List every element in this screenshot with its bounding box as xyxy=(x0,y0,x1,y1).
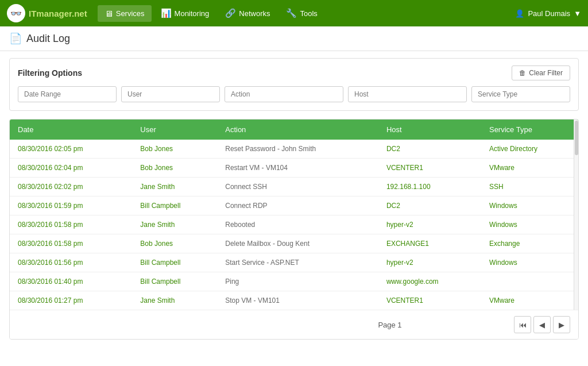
table-header: Date User Action Host Service Type xyxy=(10,120,578,140)
nav-tools-label: Tools xyxy=(300,9,317,18)
cell-service-type: Windows xyxy=(481,197,578,215)
cell-date: 08/30/2016 01:27 pm xyxy=(10,291,132,310)
logo-text: ITmanager.net xyxy=(29,9,87,18)
cell-service-type: VMware xyxy=(481,291,578,310)
nav-item-tools[interactable]: 🔧 Tools xyxy=(279,5,324,22)
trash-icon: 🗑 xyxy=(519,69,526,77)
cell-service-type: Windows xyxy=(481,215,578,234)
cell-host: hyper-v2 xyxy=(378,253,481,272)
audit-log-icon: 📄 xyxy=(9,32,22,45)
cell-action: Connect RDP xyxy=(217,197,378,215)
host-filter-input[interactable] xyxy=(348,86,467,102)
cell-date: 08/30/2016 02:02 pm xyxy=(10,178,132,197)
cell-user: Bob Jones xyxy=(132,159,217,178)
user-name: Paul Dumais xyxy=(528,9,570,18)
cell-user: Jane Smith xyxy=(132,215,217,234)
cell-date: 08/30/2016 02:05 pm xyxy=(10,140,132,159)
cell-action: Stop VM - VM101 xyxy=(217,291,378,310)
filter-title: Filtering Options xyxy=(18,68,82,78)
cell-user: Bob Jones xyxy=(132,140,217,159)
cell-user: Jane Smith xyxy=(132,291,217,310)
cell-user: Bill Campbell xyxy=(132,272,217,291)
col-date: Date xyxy=(10,120,132,140)
nav-services-label: Services xyxy=(116,9,145,18)
cell-date: 08/30/2016 01:40 pm xyxy=(10,272,132,291)
col-action: Action xyxy=(217,120,378,140)
nav-items: 🖥 Services 📊 Monitoring 🔗 Networks 🔧 Too… xyxy=(98,5,516,22)
table-row: 08/30/2016 01:40 pmBill CampbellPingwww.… xyxy=(10,272,578,291)
tools-icon: 🔧 xyxy=(286,8,297,18)
cell-user: Bill Campbell xyxy=(132,197,217,215)
prev-page-icon: ◀ xyxy=(539,321,545,329)
monitoring-icon: 📊 xyxy=(161,8,172,18)
cell-service-type: VMware xyxy=(481,159,578,178)
top-navigation: 👓 ITmanager.net 🖥 Services 📊 Monitoring … xyxy=(0,0,588,26)
cell-date: 08/30/2016 01:59 pm xyxy=(10,197,132,215)
cell-host: hyper-v2 xyxy=(378,215,481,234)
filter-inputs xyxy=(18,86,570,102)
cell-service-type: Windows xyxy=(481,253,578,272)
table-row: 08/30/2016 01:56 pmBill CampbellStart Se… xyxy=(10,253,578,272)
cell-action: Reset Password - John Smith xyxy=(217,140,378,159)
table-body: 08/30/2016 02:05 pmBob JonesReset Passwo… xyxy=(10,140,578,310)
cell-service-type: Active Directory xyxy=(481,140,578,159)
action-filter-input[interactable] xyxy=(225,86,343,102)
main-panel: Filtering Options 🗑 Clear Filter xyxy=(0,51,588,346)
cell-host: VCENTER1 xyxy=(378,291,481,310)
cell-user: Jane Smith xyxy=(132,178,217,197)
cell-action: Rebooted xyxy=(217,215,378,234)
page-title: Audit Log xyxy=(26,33,70,45)
table-row: 08/30/2016 02:05 pmBob JonesReset Passwo… xyxy=(10,140,578,159)
nav-item-networks[interactable]: 🔗 Networks xyxy=(218,5,277,22)
logo[interactable]: 👓 ITmanager.net xyxy=(7,4,87,22)
cell-host: DC2 xyxy=(378,197,481,215)
scroll-track[interactable] xyxy=(574,120,578,310)
first-page-button[interactable]: ⏮ xyxy=(514,316,531,333)
next-page-icon: ▶ xyxy=(559,321,564,329)
filter-section: Filtering Options 🗑 Clear Filter xyxy=(9,58,579,111)
audit-log-table-container: Date User Action Host Service Type 08/30… xyxy=(9,119,579,340)
cell-date: 08/30/2016 01:58 pm xyxy=(10,234,132,253)
page-content: 📄 Audit Log Filtering Options 🗑 Clear Fi… xyxy=(0,26,588,366)
cell-service-type: SSH xyxy=(481,178,578,197)
clear-filter-label: Clear Filter xyxy=(529,69,563,77)
pagination-row: Page 1 ⏮ ◀ ▶ xyxy=(10,310,578,339)
cell-user: Bill Campbell xyxy=(132,253,217,272)
nav-networks-label: Networks xyxy=(239,9,270,18)
date-range-input[interactable] xyxy=(18,86,117,102)
cell-action: Ping xyxy=(217,272,378,291)
service-type-filter-input[interactable] xyxy=(471,86,570,102)
col-user: User xyxy=(132,120,217,140)
cell-host: EXCHANGE1 xyxy=(378,234,481,253)
next-page-button[interactable]: ▶ xyxy=(553,316,570,333)
nav-item-services[interactable]: 🖥 Services xyxy=(98,5,152,22)
nav-item-monitoring[interactable]: 📊 Monitoring xyxy=(154,5,216,22)
cell-host: www.google.com xyxy=(378,272,481,291)
col-service-type: Service Type xyxy=(481,120,578,140)
pagination-label: Page 1 xyxy=(266,321,514,329)
pagination-buttons: ⏮ ◀ ▶ xyxy=(514,316,570,333)
filter-header: Filtering Options 🗑 Clear Filter xyxy=(18,66,570,80)
table-scroll-wrapper: Date User Action Host Service Type 08/30… xyxy=(10,120,578,310)
audit-log-table: Date User Action Host Service Type 08/30… xyxy=(10,120,578,310)
nav-monitoring-label: Monitoring xyxy=(175,9,210,18)
cell-action: Restart VM - VM104 xyxy=(217,159,378,178)
cell-service-type xyxy=(481,272,578,291)
prev-page-button[interactable]: ◀ xyxy=(533,316,551,333)
user-icon: 👤 xyxy=(515,9,524,18)
cell-host: DC2 xyxy=(378,140,481,159)
networks-icon: 🔗 xyxy=(225,8,236,18)
cell-service-type: Exchange xyxy=(481,234,578,253)
services-icon: 🖥 xyxy=(105,9,113,18)
cell-date: 08/30/2016 02:04 pm xyxy=(10,159,132,178)
user-menu[interactable]: 👤 Paul Dumais ▼ xyxy=(515,9,581,18)
scroll-thumb xyxy=(575,121,578,155)
table-header-row: Date User Action Host Service Type xyxy=(10,120,578,140)
cell-action: Start Service - ASP.NET xyxy=(217,253,378,272)
table-row: 08/30/2016 01:59 pmBill CampbellConnect … xyxy=(10,197,578,215)
table-row: 08/30/2016 02:04 pmBob JonesRestart VM -… xyxy=(10,159,578,178)
cell-date: 08/30/2016 01:56 pm xyxy=(10,253,132,272)
page-header: 📄 Audit Log xyxy=(0,26,588,51)
user-filter-input[interactable] xyxy=(121,86,220,102)
clear-filter-button[interactable]: 🗑 Clear Filter xyxy=(512,66,570,80)
